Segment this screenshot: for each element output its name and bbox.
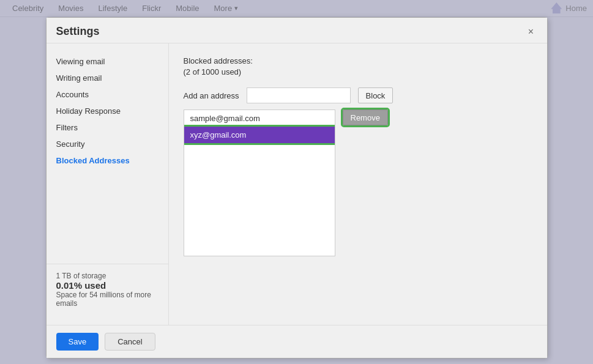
storage-used-percent: 0.01% used	[56, 280, 159, 291]
sidebar-item-accounts[interactable]: Accounts	[47, 86, 168, 103]
dialog-footer: Save Cancel	[47, 325, 547, 358]
dialog-body: Viewing email Writing email Accounts Hol…	[47, 43, 547, 325]
sidebar-item-security[interactable]: Security	[47, 136, 168, 152]
cancel-button[interactable]: Cancel	[105, 333, 155, 351]
address-item-0[interactable]: sample@gmail.com	[184, 110, 335, 127]
storage-total: 1 TB of storage	[56, 272, 159, 280]
close-button[interactable]: ×	[525, 26, 537, 38]
address-list-container: sample@gmail.com xyz@gmail.com Remove	[184, 110, 532, 256]
storage-info: 1 TB of storage 0.01% used Space for 54 …	[47, 264, 168, 315]
sidebar-item-viewing-email[interactable]: Viewing email	[47, 53, 168, 70]
address-item-1[interactable]: xyz@gmail.com	[184, 127, 335, 143]
settings-dialog: Settings × Viewing email Writing email A…	[46, 17, 548, 358]
sidebar-item-writing-email[interactable]: Writing email	[47, 70, 168, 86]
sidebar-nav: Viewing email Writing email Accounts Hol…	[47, 53, 168, 169]
save-button[interactable]: Save	[56, 333, 99, 351]
add-address-label: Add an address	[184, 91, 239, 100]
dialog-header: Settings ×	[47, 18, 547, 43]
main-content: Blocked addresses: (2 of 1000 used) Add …	[169, 43, 547, 325]
storage-description: Space for 54 millions of more emails	[56, 291, 159, 308]
blocked-header: Blocked addresses: (2 of 1000 used)	[184, 56, 532, 78]
add-address-input[interactable]	[247, 87, 351, 103]
sidebar-item-filters[interactable]: Filters	[47, 119, 168, 136]
sidebar-item-holiday-response[interactable]: Holiday Response	[47, 103, 168, 119]
dialog-title: Settings	[56, 25, 100, 38]
remove-button[interactable]: Remove	[343, 110, 388, 125]
settings-sidebar: Viewing email Writing email Accounts Hol…	[47, 43, 169, 325]
address-list: sample@gmail.com xyz@gmail.com	[184, 110, 335, 256]
modal-overlay: Settings × Viewing email Writing email A…	[0, 0, 593, 364]
add-address-row: Add an address Block	[184, 87, 532, 103]
block-button[interactable]: Block	[358, 87, 393, 103]
sidebar-item-blocked-addresses[interactable]: Blocked Addresses	[47, 152, 168, 169]
